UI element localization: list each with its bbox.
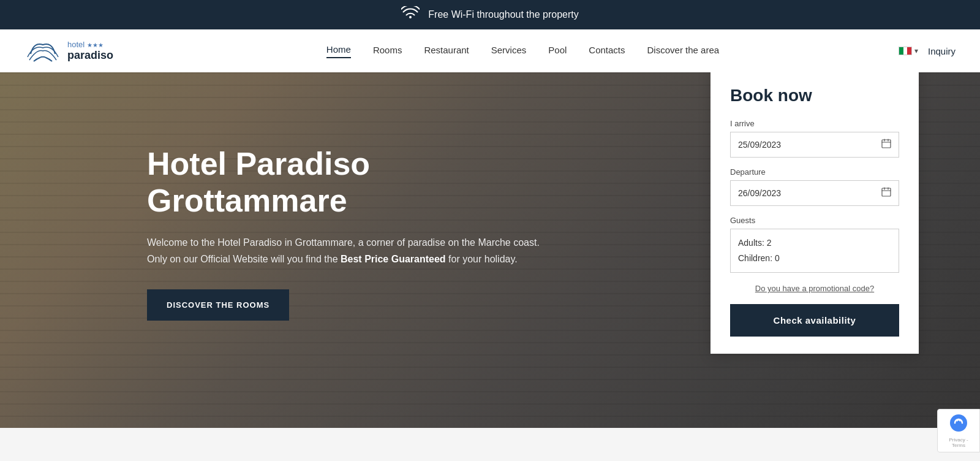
children-count: 0 bbox=[775, 253, 780, 263]
wifi-icon bbox=[401, 6, 420, 23]
nav-discover-area[interactable]: Discover the area bbox=[647, 45, 720, 58]
banner-message: Free Wi-Fi throughout the property bbox=[428, 9, 578, 20]
nav-home[interactable]: Home bbox=[326, 44, 351, 58]
nav-contacts[interactable]: Contacts bbox=[589, 45, 625, 58]
hero-section: Hotel Paradiso Grottammare Welcome to th… bbox=[0, 72, 980, 428]
recaptcha-text: Privacy - Terms bbox=[943, 437, 974, 448]
nav-rooms[interactable]: Rooms bbox=[373, 45, 402, 58]
logo-name: paradiso bbox=[67, 49, 113, 62]
hero-description: Welcome to the Hotel Paradiso in Grottam… bbox=[147, 234, 551, 267]
children-label: Children: bbox=[738, 253, 772, 263]
flag-italy bbox=[899, 47, 912, 55]
header: hotel ★★★ paradiso Home Rooms Restaurant… bbox=[0, 29, 980, 72]
booking-title: Book now bbox=[730, 86, 899, 105]
arrive-calendar-icon[interactable] bbox=[881, 139, 891, 151]
nav-pool[interactable]: Pool bbox=[548, 45, 567, 58]
svg-point-2 bbox=[950, 414, 967, 432]
header-right: ▾ Inquiry bbox=[899, 46, 956, 56]
language-selector[interactable]: ▾ bbox=[899, 47, 918, 55]
top-banner: Free Wi-Fi throughout the property bbox=[0, 0, 980, 29]
departure-date-input[interactable] bbox=[738, 188, 881, 198]
booking-widget: Book now I arrive Departure Guests bbox=[710, 72, 919, 354]
promo-code-link[interactable]: Do you have a promotional code? bbox=[730, 284, 899, 293]
hero-desc-part2: for your holiday. bbox=[446, 254, 518, 264]
recaptcha-logo bbox=[943, 413, 974, 436]
arrive-label: I arrive bbox=[730, 119, 899, 128]
lang-dropdown-arrow: ▾ bbox=[914, 47, 918, 55]
svg-rect-1 bbox=[882, 188, 891, 196]
inquiry-link[interactable]: Inquiry bbox=[928, 46, 956, 56]
footer-space bbox=[0, 428, 980, 461]
hero-title: Hotel Paradiso Grottammare bbox=[147, 146, 551, 219]
guests-box[interactable]: Adults: 2 Children: 0 bbox=[730, 229, 899, 273]
logo-text-area: hotel ★★★ paradiso bbox=[67, 40, 113, 62]
discover-rooms-button[interactable]: DISCOVER THE ROOMS bbox=[147, 289, 289, 321]
logo-area: hotel ★★★ paradiso bbox=[24, 36, 147, 66]
hero-content: Hotel Paradiso Grottammare Welcome to th… bbox=[0, 72, 551, 321]
adults-row: Adults: 2 bbox=[738, 235, 891, 251]
arrive-date-input[interactable] bbox=[738, 140, 881, 150]
logo-icon bbox=[24, 36, 61, 66]
nav-services[interactable]: Services bbox=[491, 45, 527, 58]
adults-count-value: 2 bbox=[767, 238, 772, 248]
departure-calendar-icon[interactable] bbox=[881, 187, 891, 199]
svg-rect-0 bbox=[882, 140, 891, 148]
children-row: Children: 0 bbox=[738, 251, 891, 266]
guests-label: Guests bbox=[730, 216, 899, 225]
departure-date-wrap bbox=[730, 180, 899, 206]
hero-desc-bold: Best Price Guaranteed bbox=[341, 254, 446, 264]
check-availability-button[interactable]: Check availability bbox=[730, 304, 899, 337]
logo-stars: hotel ★★★ bbox=[67, 40, 113, 49]
arrive-date-wrap bbox=[730, 132, 899, 158]
main-nav: Home Rooms Restaurant Services Pool Cont… bbox=[147, 44, 899, 58]
departure-label: Departure bbox=[730, 167, 899, 177]
adults-label: Adults: bbox=[738, 238, 764, 248]
nav-restaurant[interactable]: Restaurant bbox=[424, 45, 469, 58]
recaptcha-badge: Privacy - Terms bbox=[937, 409, 980, 452]
